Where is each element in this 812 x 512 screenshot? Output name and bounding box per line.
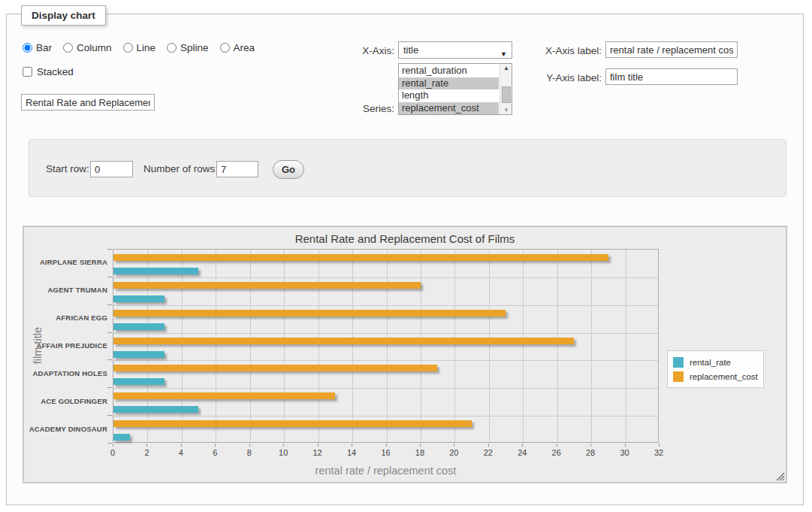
gridline-vertical — [318, 250, 319, 442]
x-axis-tick-label: 30 — [614, 448, 636, 457]
category-label: ACE GOLDFINGER — [25, 397, 107, 405]
radio-icon[interactable] — [23, 43, 32, 53]
series-option-rental_duration[interactable]: rental_duration — [399, 65, 499, 77]
category-label: ADAPTATION HOLES — [25, 369, 107, 377]
x-axis-tick-label: 22 — [477, 448, 500, 457]
y-axis-tick — [107, 332, 112, 333]
gridline-vertical — [421, 250, 421, 442]
bar-replacement_cost — [113, 254, 608, 261]
x-axis-label-input[interactable] — [605, 41, 738, 58]
scrollbar-thumb[interactable] — [502, 86, 511, 103]
radio-icon[interactable] — [63, 43, 73, 53]
x-axis-tick — [557, 444, 557, 447]
scroll-down-icon[interactable]: ▼ — [500, 107, 512, 114]
series-option-length[interactable]: length — [399, 89, 499, 102]
category-label: AGENT TRUMAN — [25, 286, 107, 294]
x-axis-tick-label: 12 — [306, 448, 329, 457]
legend-label: replacement_cost — [690, 372, 758, 381]
number-of-rows-input[interactable] — [216, 161, 258, 177]
bar-replacement_cost — [113, 392, 335, 399]
gridline-horizontal — [113, 388, 658, 389]
x-axis-title: rental rate / replacement cost — [113, 465, 659, 477]
x-axis-tick-label: 18 — [409, 448, 431, 457]
x-axis-tick — [113, 444, 113, 447]
stacked-checkbox[interactable] — [23, 67, 32, 77]
gridline-vertical — [591, 250, 592, 442]
series-option-replacement_cost[interactable]: replacement_cost — [399, 102, 499, 115]
x-axis-tick-label: 10 — [272, 448, 294, 457]
x-axis-tick-label: 24 — [511, 448, 533, 457]
gridline-vertical — [147, 250, 148, 442]
listbox-scrollbar[interactable]: ▲ ▼ — [500, 64, 512, 114]
y-axis-tick — [107, 304, 112, 305]
x-axis-tick — [181, 444, 182, 447]
x-axis-tick — [386, 444, 387, 447]
radio-icon[interactable] — [220, 43, 230, 53]
go-button[interactable]: Go — [273, 160, 304, 179]
bar-replacement_cost — [113, 365, 437, 371]
x-axis-label-field-label: X-Axis label: — [515, 45, 602, 56]
legend-label: rental_rate — [690, 358, 731, 367]
radio-icon[interactable] — [167, 43, 177, 53]
scroll-up-icon[interactable]: ▲ — [500, 65, 512, 71]
chart-type-radio-column[interactable]: Column — [63, 42, 112, 53]
y-axis-tick — [107, 443, 112, 444]
x-axis-tick — [352, 444, 352, 447]
x-axis-tick-label: 0 — [101, 448, 124, 457]
x-axis-selected-value: title — [403, 44, 418, 56]
x-axis-tick-label: 28 — [579, 448, 602, 457]
bar-replacement_cost — [113, 282, 421, 289]
x-axis-tick-label: 20 — [442, 448, 465, 457]
category-label: AIRPLANE SIERRA — [25, 258, 107, 266]
stacked-checkbox-row[interactable]: Stacked — [23, 66, 74, 77]
gridline-vertical — [182, 250, 183, 442]
x-axis-tick-label: 16 — [375, 448, 397, 457]
y-axis-tick — [107, 277, 112, 277]
chart-title-input[interactable] — [21, 94, 155, 111]
x-axis-tick-label: 4 — [170, 448, 192, 457]
x-axis-tick — [488, 444, 489, 447]
gridline-vertical — [216, 250, 216, 442]
legend-swatch-rental_rate — [673, 357, 684, 368]
category-label: ACADEMY DINOSAUR — [25, 425, 107, 433]
chart-container: Rental Rate and Replacement Cost of Film… — [23, 226, 787, 483]
x-axis-tick — [659, 444, 660, 447]
plot-area — [113, 249, 659, 443]
bar-rental_rate — [113, 323, 165, 330]
x-axis-select[interactable]: title ▼ — [398, 41, 512, 59]
chart-type-radio-spline[interactable]: Spline — [167, 42, 209, 53]
gridline-vertical — [489, 250, 490, 442]
gridline-vertical — [626, 250, 626, 442]
legend-swatch-replacement_cost — [673, 371, 684, 382]
chart-type-radio-line[interactable]: Line — [123, 42, 156, 53]
gridline-horizontal — [113, 277, 658, 278]
gridline-vertical — [387, 250, 388, 442]
radio-label: Area — [234, 42, 255, 53]
y-axis-tick — [107, 359, 112, 360]
gridline-vertical — [557, 250, 558, 442]
x-axis-select-label: X-Axis: — [319, 45, 394, 56]
series-option-rental_rate[interactable]: rental_rate — [399, 77, 499, 90]
x-axis-tick — [146, 444, 147, 447]
panel-title-tab: Display chart — [21, 5, 106, 26]
chart-type-radio-area[interactable]: Area — [220, 42, 255, 53]
radio-label: Bar — [36, 42, 52, 53]
stacked-label: Stacked — [37, 66, 74, 77]
series-listbox[interactable]: rental_durationrental_ratelengthreplacem… — [398, 63, 512, 115]
bar-replacement_cost — [113, 310, 506, 317]
gridline-horizontal — [113, 416, 658, 417]
gridline-horizontal — [113, 333, 658, 334]
y-axis-label-input[interactable] — [605, 68, 738, 85]
y-axis-label-field-label: Y-Axis label: — [515, 72, 602, 83]
radio-icon[interactable] — [123, 43, 133, 53]
legend-item: rental_rate — [673, 355, 758, 369]
x-axis-tick — [454, 444, 454, 447]
bar-rental_rate — [113, 378, 165, 385]
resize-grip-icon[interactable] — [775, 471, 785, 481]
gridline-vertical — [454, 250, 455, 442]
legend-item: replacement_cost — [673, 369, 758, 383]
y-axis-tick — [107, 415, 112, 416]
chart-type-radio-bar[interactable]: Bar — [23, 42, 52, 53]
start-row-input[interactable] — [90, 161, 133, 177]
y-axis-tick — [107, 249, 112, 250]
